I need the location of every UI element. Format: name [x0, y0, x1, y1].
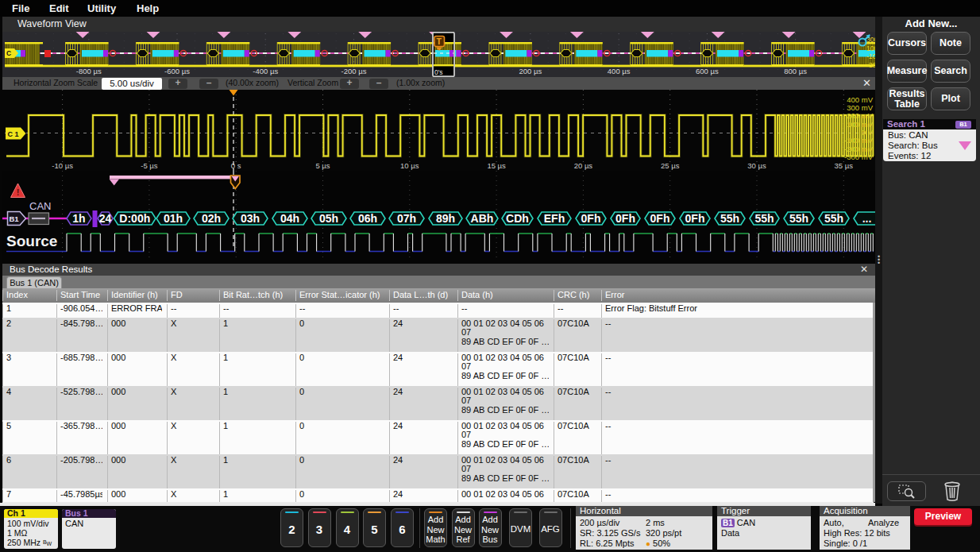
svg-text:-200 µs: -200 µs	[341, 67, 367, 75]
svg-text:-800 µs: -800 µs	[76, 67, 102, 75]
svg-text:-600 µs: -600 µs	[164, 67, 190, 75]
svg-text:05h: 05h	[319, 212, 338, 225]
svg-text:20 µs: 20 µs	[574, 161, 593, 170]
svg-text:800 µs: 800 µs	[784, 67, 807, 75]
svg-text:55h: 55h	[789, 212, 808, 225]
svg-text:C 1: C 1	[8, 130, 19, 138]
svg-text:600 µs: 600 µs	[696, 67, 719, 75]
svg-text:0 s: 0 s	[231, 161, 241, 170]
svg-text:100 mV: 100 mV	[866, 44, 875, 52]
svg-text:0Fh: 0Fh	[650, 212, 670, 225]
svg-text:CAN: CAN	[29, 200, 51, 212]
svg-text:0Fh: 0Fh	[685, 212, 705, 225]
svg-text:04h: 04h	[280, 212, 299, 225]
svg-text:55h: 55h	[754, 212, 774, 225]
svg-text:25 µs: 25 µs	[661, 161, 680, 170]
svg-text:400 µs: 400 µs	[608, 67, 631, 75]
svg-text:5 µs: 5 µs	[315, 161, 330, 170]
svg-text:07h: 07h	[397, 212, 416, 225]
svg-text:06h: 06h	[358, 212, 377, 225]
svg-text:-5 µs: -5 µs	[141, 161, 158, 170]
svg-text:-300 mV: -300 mV	[866, 61, 875, 69]
svg-text:C: C	[6, 49, 11, 57]
svg-text:!: !	[17, 187, 20, 197]
svg-text:B1: B1	[10, 214, 20, 223]
svg-text:T: T	[437, 37, 442, 46]
svg-text:0Fh: 0Fh	[615, 212, 635, 225]
svg-text:ABh: ABh	[471, 212, 494, 225]
svg-text:55h: 55h	[824, 212, 843, 225]
svg-text:89h: 89h	[436, 212, 455, 225]
svg-text:24: 24	[99, 212, 112, 225]
svg-text:15 µs: 15 µs	[487, 161, 506, 170]
svg-text:55h: 55h	[720, 212, 739, 225]
svg-text:-300 mV: -300 mV	[844, 152, 874, 161]
svg-text:01h: 01h	[164, 212, 183, 225]
svg-text:CDh: CDh	[506, 212, 529, 225]
svg-text:02h: 02h	[202, 212, 221, 225]
svg-text:35 µs: 35 µs	[835, 161, 854, 170]
svg-text:-10 µs: -10 µs	[52, 161, 73, 170]
svg-text:Source: Source	[6, 233, 57, 249]
svg-text:0's: 0's	[434, 68, 443, 76]
svg-text:200 µs: 200 µs	[519, 67, 542, 75]
svg-text:-100 mV: -100 mV	[866, 52, 875, 60]
svg-text:03h: 03h	[241, 212, 260, 225]
svg-text:1h: 1h	[72, 212, 85, 225]
svg-text:30 µs: 30 µs	[747, 161, 766, 170]
svg-text:0Fh: 0Fh	[581, 212, 601, 225]
svg-text:...: ...	[862, 212, 872, 225]
svg-text:10 µs: 10 µs	[400, 161, 419, 170]
svg-text:D:00h: D:00h	[119, 212, 150, 225]
svg-text:-400 µs: -400 µs	[253, 67, 278, 75]
svg-text:EFh: EFh	[544, 212, 565, 225]
